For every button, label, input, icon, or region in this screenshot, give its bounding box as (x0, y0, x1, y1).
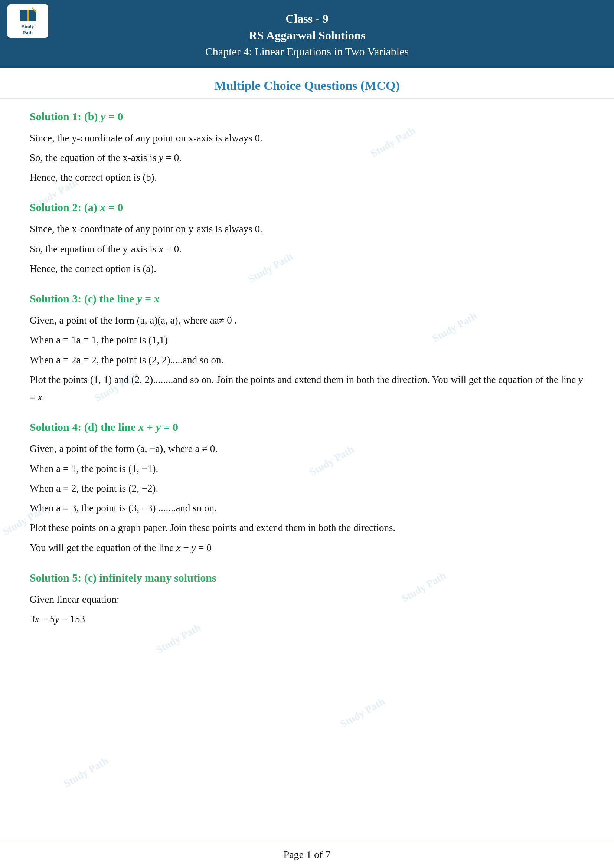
section-heading: Multiple Choice Questions (MCQ) (0, 68, 614, 99)
sol2-line3: Hence, the correct option is (a). (30, 260, 584, 277)
pagination: Page 1 of 7 (284, 849, 331, 860)
sol3-line4: Plot the points (1, 1) and (2, 2).......… (30, 371, 584, 406)
sol4-line3: When a = 2, the point is (2, −2). (30, 480, 584, 497)
solution-4-answer: (d) the line x + y = 0 (84, 421, 178, 433)
logo-text: Study Path (22, 24, 34, 35)
logo-area: Study Path (8, 5, 48, 38)
solution-2-label: Solution 2: (30, 201, 81, 213)
solution-1-block: Solution 1: (b) y = 0 Since, the y-coord… (30, 110, 584, 187)
solution-4-title: Solution 4: (d) the line x + y = 0 (30, 421, 584, 434)
sol4-line1: Given, a point of the form (a, −a), wher… (30, 440, 584, 457)
main-content: Study Path Study Path Study Path Study P… (0, 99, 614, 840)
solution-2-answer: (a) x = 0 (84, 201, 123, 213)
solution-4-label: Solution 4: (30, 421, 81, 433)
solution-2-block: Solution 2: (a) x = 0 Since, the x-coord… (30, 201, 584, 277)
solution-2-body: Since, the x-coordinate of any point on … (30, 220, 584, 277)
svg-rect-0 (20, 10, 28, 21)
svg-rect-2 (28, 10, 29, 21)
sol2-line2: So, the equation of the y-axis is x = 0. (30, 240, 584, 258)
solution-5-title: Solution 5: (c) infinitely many solution… (30, 572, 584, 584)
sol4-line2: When a = 1, the point is (1, −1). (30, 460, 584, 477)
page-container: Study Path Class - 9 RS Aggarwal Solutio… (0, 0, 614, 868)
sol1-line3: Hence, the correct option is (b). (30, 169, 584, 186)
solution-3-body: Given, a point of the form (a, a)(a, a),… (30, 312, 584, 406)
header: Study Path Class - 9 RS Aggarwal Solutio… (0, 0, 614, 68)
solution-3-block: Solution 3: (c) the line y = x Given, a … (30, 293, 584, 406)
sol1-line2: So, the equation of the x-axis is y = 0. (30, 149, 584, 167)
sol4-line6: You will get the equation of the line x … (30, 539, 584, 556)
solution-5-answer: (c) infinitely many solutions (84, 572, 216, 584)
solution-1-label: Solution 1: (30, 110, 81, 122)
header-class: Class - 9 (15, 10, 599, 27)
solution-5-block: Solution 5: (c) infinitely many solution… (30, 572, 584, 628)
sol4-line4: When a = 3, the point is (3, −3) .......… (30, 499, 584, 517)
sol2-line1: Since, the x-coordinate of any point on … (30, 220, 584, 238)
solution-3-label: Solution 3: (30, 293, 81, 305)
solution-1-answer: (b) y = 0 (84, 110, 123, 122)
sol3-line1: Given, a point of the form (a, a)(a, a),… (30, 312, 584, 329)
solution-4-block: Solution 4: (d) the line x + y = 0 Given… (30, 421, 584, 556)
solution-3-answer: (c) the line y = x (84, 293, 160, 305)
solution-2-title: Solution 2: (a) x = 0 (30, 201, 584, 214)
header-title: RS Aggarwal Solutions (15, 27, 599, 44)
sol1-line1: Since, the y-coordinate of any point on … (30, 130, 584, 147)
solution-4-body: Given, a point of the form (a, −a), wher… (30, 440, 584, 556)
solution-3-title: Solution 3: (c) the line y = x (30, 293, 584, 305)
sol5-line1: Given linear equation: (30, 591, 584, 608)
sol5-line2: 3x − 5y = 153 (30, 611, 584, 628)
solution-5-body: Given linear equation: 3x − 5y = 153 (30, 591, 584, 628)
sol3-line3: When a = 2a = 2, the point is (2, 2)....… (30, 352, 584, 369)
logo-icon (18, 7, 38, 24)
solution-1-title: Solution 1: (b) y = 0 (30, 110, 584, 123)
footer: Page 1 of 7 (0, 840, 614, 868)
solution-1-body: Since, the y-coordinate of any point on … (30, 130, 584, 187)
sol3-line2: When a = 1a = 1, the point is (1,1) (30, 332, 584, 349)
header-subtitle: Chapter 4: Linear Equations in Two Varia… (15, 44, 599, 59)
sol4-line5: Plot these points on a graph paper. Join… (30, 519, 584, 536)
solution-5-label: Solution 5: (30, 572, 81, 584)
